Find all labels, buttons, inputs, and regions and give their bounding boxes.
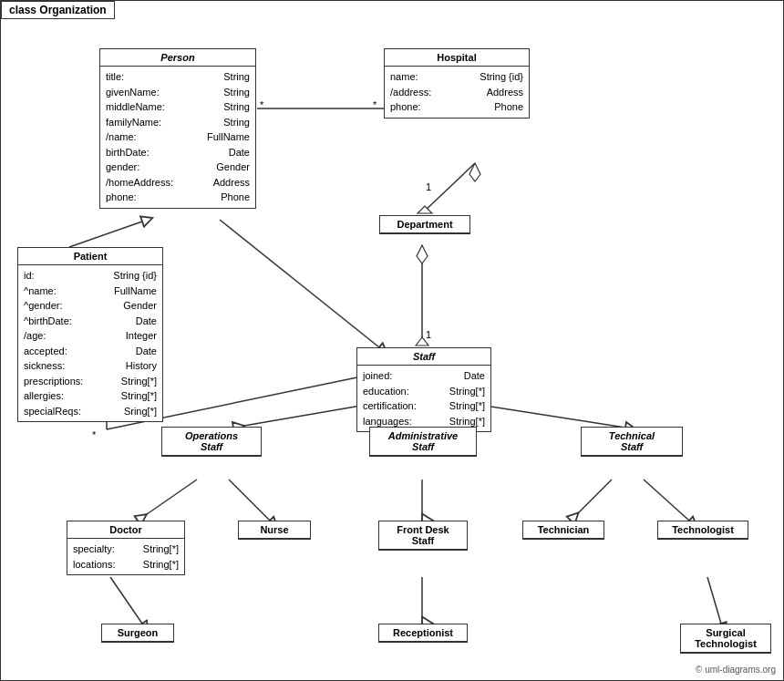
nurse-title: Nurse (239, 521, 310, 539)
operations-staff-title: OperationsStaff (162, 428, 261, 456)
technician-title: Technician (523, 521, 603, 539)
svg-line-19 (571, 480, 612, 521)
svg-marker-11 (417, 245, 428, 263)
frontdesk-title: Front DeskStaff (379, 521, 467, 550)
surgical-tech-title: SurgicalTechnologist (681, 624, 770, 653)
hospital-title: Hospital (385, 49, 529, 67)
mult-dept-staff: 1 (426, 329, 431, 340)
technician-class: Technician (522, 521, 604, 540)
doctor-title: Doctor (67, 521, 184, 539)
patient-title: Patient (18, 248, 162, 265)
surgical-tech-class: SurgicalTechnologist (680, 624, 771, 654)
department-class: Department (379, 215, 470, 234)
staff-class: Staff joined:Date education:String[*] ce… (356, 347, 491, 432)
hospital-attrs: name:String {id} /address:Address phone:… (385, 67, 529, 118)
doctor-class: Doctor specialty:String[*] locations:Str… (67, 521, 185, 575)
diagram-title: class Organization (1, 1, 115, 19)
technologist-class: Technologist (657, 521, 748, 540)
svg-line-17 (229, 480, 270, 521)
svg-line-16 (138, 480, 197, 521)
patient-attrs: id:String {id} ^name:FullName ^gender:Ge… (18, 265, 162, 421)
mult-person-hospital: * (260, 99, 263, 110)
operations-staff-class: OperationsStaff (161, 427, 262, 457)
svg-line-5 (220, 220, 379, 347)
admin-staff-title: AdministrativeStaff (370, 428, 476, 456)
technologist-title: Technologist (658, 521, 748, 539)
svg-line-23 (707, 577, 721, 624)
hospital-class: Hospital name:String {id} /address:Addre… (384, 48, 530, 119)
mult-hospital-person: * (373, 99, 377, 110)
diagram-container: class Organization (0, 0, 784, 681)
person-title: Person (100, 49, 255, 67)
receptionist-class: Receptionist (378, 624, 468, 643)
svg-marker-8 (418, 206, 432, 213)
surgeon-class: Surgeon (101, 624, 174, 643)
svg-line-20 (644, 480, 689, 521)
technical-staff-class: TechnicalStaff (581, 427, 683, 457)
svg-line-4 (69, 222, 142, 247)
doctor-attrs: specialty:String[*] locations:String[*] (67, 539, 184, 574)
staff-attrs: joined:Date education:String[*] certific… (357, 366, 490, 431)
admin-staff-class: AdministrativeStaff (369, 427, 477, 457)
mult-patient-staff2: * (92, 429, 96, 440)
person-attrs: title:String givenName:String middleName… (100, 67, 255, 208)
department-title: Department (380, 216, 469, 233)
svg-line-21 (110, 577, 142, 624)
receptionist-title: Receptionist (379, 624, 467, 642)
frontdesk-class: Front DeskStaff (378, 521, 468, 551)
mult-hospital-dept: 1 (426, 181, 431, 192)
staff-title: Staff (357, 348, 490, 366)
surgeon-title: Surgeon (102, 624, 173, 642)
patient-class: Patient id:String {id} ^name:FullName ^g… (17, 247, 163, 422)
person-class: Person title:String givenName:String mid… (99, 48, 256, 209)
watermark: © uml-diagrams.org (696, 665, 776, 675)
technical-staff-title: TechnicalStaff (582, 428, 682, 456)
svg-marker-7 (469, 163, 480, 181)
nurse-class: Nurse (238, 521, 311, 540)
